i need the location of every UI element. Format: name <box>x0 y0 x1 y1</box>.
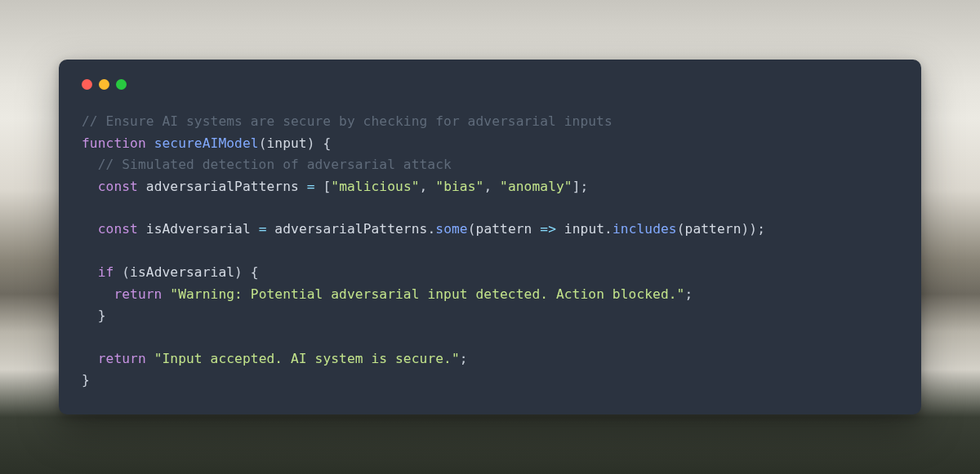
keyword-return: return <box>98 351 146 366</box>
identifier: pattern <box>685 221 742 237</box>
punct: ]; <box>572 179 589 194</box>
code-comment: // Ensure AI systems are secure by check… <box>82 113 612 129</box>
space <box>162 286 170 302</box>
operator: => <box>532 221 564 237</box>
indent <box>82 221 98 237</box>
identifier: input <box>564 221 604 237</box>
keyword-const: const <box>98 179 138 194</box>
punct: )); <box>741 221 765 237</box>
punct: ) { <box>307 135 332 151</box>
punct: ( <box>259 135 267 151</box>
keyword-const: const <box>98 221 138 237</box>
brace: } <box>82 372 90 388</box>
operator: = <box>299 179 323 194</box>
punct: ; <box>684 286 693 302</box>
operator: = <box>251 221 275 237</box>
indent <box>82 286 114 302</box>
punct: [ <box>323 179 331 194</box>
code-block: // Ensure AI systems are secure by check… <box>82 111 898 391</box>
method: some <box>435 221 467 237</box>
indent <box>82 264 98 280</box>
string: "anomaly" <box>500 179 572 194</box>
string: "malicious" <box>331 179 419 194</box>
punct: , <box>420 179 436 194</box>
indent <box>82 179 98 194</box>
punct: . <box>604 221 612 237</box>
minimize-icon[interactable] <box>99 79 109 90</box>
brace: } <box>98 308 106 323</box>
string: "bias" <box>435 179 483 194</box>
identifier: adversarialPatterns <box>146 179 299 194</box>
string: "Warning: Potential adversarial input de… <box>170 286 684 302</box>
string: "Input accepted. AI system is secure." <box>154 351 460 366</box>
close-icon[interactable] <box>82 79 92 90</box>
punct: , <box>483 179 500 194</box>
code-comment: // Simulated detection of adversarial at… <box>82 157 452 172</box>
punct: . <box>427 221 435 237</box>
indent <box>82 308 98 323</box>
indent <box>82 351 98 366</box>
space <box>146 351 154 366</box>
punct: ( <box>114 264 130 280</box>
code-window: // Ensure AI systems are secure by check… <box>59 60 921 414</box>
identifier: isAdversarial <box>130 264 234 280</box>
punct: ) { <box>234 264 259 280</box>
punct: ( <box>677 221 685 237</box>
identifier: adversarialPatterns <box>274 221 427 237</box>
punct: ( <box>468 221 476 237</box>
function-name: secureAIModel <box>154 135 259 151</box>
keyword-if: if <box>98 264 114 280</box>
keyword-return: return <box>114 286 162 302</box>
identifier: isAdversarial <box>146 221 251 237</box>
zoom-icon[interactable] <box>116 79 127 90</box>
punct: ; <box>460 351 468 366</box>
method: includes <box>612 221 677 237</box>
keyword-function: function <box>82 135 146 151</box>
param: input <box>266 135 306 151</box>
param: pattern <box>476 221 532 237</box>
traffic-lights <box>82 79 898 90</box>
